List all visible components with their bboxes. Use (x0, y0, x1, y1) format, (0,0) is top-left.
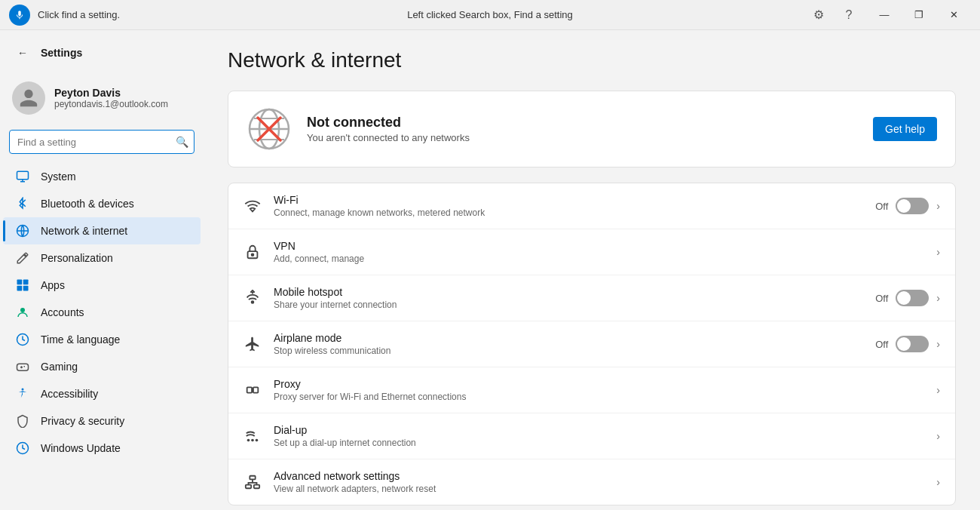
app-container: ← Settings Peyton Davis peytondavis.1@ou… (0, 30, 980, 510)
wifi-title: Wi-Fi (274, 194, 863, 206)
advanced-title: Advanced network settings (274, 470, 924, 482)
sidebar-item-system-label: System (41, 171, 76, 183)
sidebar-item-gaming[interactable]: Gaming (3, 353, 201, 380)
svg-rect-26 (246, 485, 251, 489)
dialup-text: Dial-up Set up a dial-up internet connec… (274, 424, 924, 448)
hotspot-text: Mobile hotspot Share your internet conne… (274, 286, 863, 310)
airplane-toggle-label: Off (875, 339, 888, 350)
airplane-desc: Stop wireless communication (274, 346, 863, 356)
update-icon (15, 441, 30, 456)
svg-point-25 (256, 439, 259, 442)
user-section: Peyton Davis peytondavis.1@outlook.com (0, 75, 204, 127)
back-button[interactable]: ← (12, 42, 33, 63)
titlebar-center-text: Left clicked Search box, Find a setting (407, 9, 573, 20)
hotspot-row[interactable]: Mobile hotspot Share your internet conne… (228, 275, 955, 321)
user-name: Peyton Davis (54, 87, 168, 99)
sidebar-item-accounts[interactable]: Accounts (3, 299, 201, 326)
svg-rect-5 (23, 286, 29, 291)
sidebar-item-system[interactable]: System (3, 163, 201, 190)
titlebar: Click find a setting. Left clicked Searc… (0, 0, 980, 30)
sidebar-item-bluetooth[interactable]: Bluetooth & devices (3, 190, 201, 217)
dialup-right: › (936, 430, 940, 442)
hotspot-right: Off › (875, 290, 940, 306)
search-input[interactable] (9, 130, 194, 154)
personalization-icon (15, 250, 30, 266)
wifi-row[interactable]: Wi-Fi Connect, manage known networks, me… (228, 183, 955, 229)
gaming-icon (15, 359, 30, 374)
system-icon (15, 169, 30, 184)
sidebar-item-network[interactable]: Network & internet (3, 217, 201, 244)
svg-point-23 (247, 439, 250, 442)
main-content: Network & internet Not connected You are… (204, 30, 980, 510)
user-email: peytondavis.1@outlook.com (54, 99, 168, 109)
settings-label: Settings (41, 47, 82, 59)
sidebar-item-privacy[interactable]: Privacy & security (3, 407, 201, 435)
proxy-chevron: › (936, 384, 940, 396)
sidebar-item-personalization[interactable]: Personalization (3, 244, 201, 272)
proxy-desc: Proxy server for Wi-Fi and Ethernet conn… (274, 392, 924, 402)
search-box: 🔍 (9, 130, 194, 154)
sidebar-item-network-label: Network & internet (41, 225, 127, 237)
hotspot-desc: Share your internet connection (274, 300, 863, 310)
svg-rect-2 (17, 280, 23, 285)
hotspot-toggle[interactable] (896, 290, 929, 306)
proxy-right: › (936, 384, 940, 396)
proxy-row[interactable]: Proxy Proxy server for Wi-Fi and Etherne… (228, 367, 955, 413)
connection-desc: You aren't connected to any networks (307, 132, 858, 143)
bluetooth-icon (15, 196, 30, 211)
advanced-icon (243, 473, 262, 491)
proxy-title: Proxy (274, 378, 924, 390)
svg-rect-28 (254, 485, 259, 489)
sidebar-item-apps-label: Apps (41, 279, 65, 291)
vpn-desc: Add, connect, manage (274, 253, 924, 264)
sidebar-item-gaming-label: Gaming (41, 361, 78, 373)
wifi-toggle-label: Off (875, 201, 888, 212)
wifi-text: Wi-Fi Connect, manage known networks, me… (274, 194, 863, 218)
close-button[interactable]: ✕ (936, 3, 971, 27)
sidebar-item-privacy-label: Privacy & security (41, 415, 124, 427)
hotspot-icon (243, 289, 262, 307)
dialup-row[interactable]: Dial-up Set up a dial-up internet connec… (228, 413, 955, 459)
vpn-chevron: › (936, 246, 940, 258)
airplane-row[interactable]: Airplane mode Stop wireless communicatio… (228, 321, 955, 367)
sidebar-header: ← Settings (0, 36, 204, 75)
accounts-icon (15, 305, 30, 320)
svg-point-20 (252, 301, 254, 303)
help-icon-button[interactable]: ? (837, 3, 861, 27)
vpn-row[interactable]: VPN Add, connect, manage › (228, 229, 955, 275)
wifi-chevron: › (936, 200, 940, 212)
sidebar-item-update-label: Windows Update (41, 442, 121, 454)
advanced-row[interactable]: Advanced network settings View all netwo… (228, 459, 955, 505)
accessibility-icon (15, 386, 30, 401)
get-help-button[interactable]: Get help (873, 117, 937, 141)
sidebar-item-apps[interactable]: Apps (3, 272, 201, 299)
airplane-right: Off › (875, 336, 940, 352)
settings-icon-button[interactable]: ⚙ (807, 3, 831, 27)
svg-rect-21 (247, 387, 252, 392)
wifi-icon (243, 197, 262, 215)
sidebar-item-accounts-label: Accounts (41, 306, 84, 318)
minimize-button[interactable]: — (867, 3, 902, 27)
connection-status: Not connected (307, 115, 858, 131)
airplane-toggle[interactable] (896, 336, 929, 352)
connection-banner: Not connected You aren't connected to an… (228, 91, 956, 167)
sidebar-item-update[interactable]: Windows Update (3, 435, 201, 462)
hotspot-toggle-label: Off (875, 293, 888, 304)
vpn-title: VPN (274, 240, 924, 252)
advanced-right: › (936, 476, 940, 488)
airplane-chevron: › (936, 338, 940, 350)
user-info: Peyton Davis peytondavis.1@outlook.com (54, 87, 168, 109)
network-icon (15, 223, 30, 238)
advanced-chevron: › (936, 476, 940, 488)
vpn-right: › (936, 246, 940, 258)
wifi-toggle[interactable] (896, 198, 929, 214)
sidebar-item-time[interactable]: Time & language (3, 326, 201, 353)
avatar (12, 81, 45, 115)
sidebar-item-bluetooth-label: Bluetooth & devices (41, 198, 134, 210)
wifi-desc: Connect, manage known networks, metered … (274, 207, 863, 218)
sidebar-item-accessibility[interactable]: Accessibility (3, 380, 201, 407)
settings-list: Wi-Fi Connect, manage known networks, me… (228, 183, 956, 505)
titlebar-actions: ⚙ ? (807, 3, 861, 27)
maximize-button[interactable]: ❐ (902, 3, 936, 27)
svg-rect-3 (23, 280, 29, 285)
